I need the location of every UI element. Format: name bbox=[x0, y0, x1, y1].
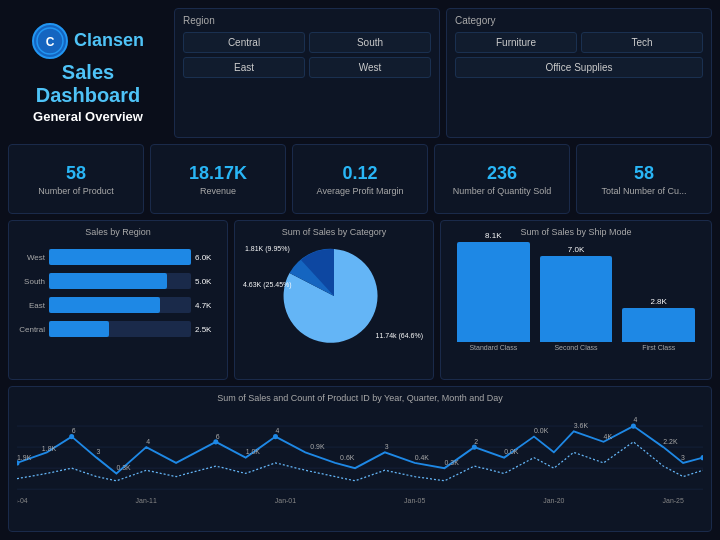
category-filter-grid: Furniture Tech Office Supplies bbox=[455, 32, 703, 78]
logo-row: C Clansen bbox=[32, 23, 144, 59]
svg-text:C: C bbox=[46, 35, 55, 49]
metric-value-quantity: 236 bbox=[487, 163, 517, 184]
metric-label-margin: Average Profit Margin bbox=[317, 186, 404, 196]
vbar-col-first: 2.8K First Class bbox=[622, 297, 695, 351]
ann-11: 0.6K bbox=[340, 454, 355, 462]
filter-item-furniture[interactable]: Furniture bbox=[455, 32, 577, 53]
hbar-track-central bbox=[49, 321, 191, 337]
hbar-fill-south bbox=[49, 273, 167, 289]
category-filter-title: Category bbox=[455, 15, 703, 26]
x-label-6: Jan-25 bbox=[663, 497, 684, 505]
metric-value-margin: 0.12 bbox=[342, 163, 377, 184]
hbar-value-west: 6.0K bbox=[195, 253, 219, 262]
vbar-lbl-second: Second Class bbox=[554, 344, 597, 351]
ann-17: 0.0K bbox=[534, 427, 549, 435]
hbar-track-west bbox=[49, 249, 191, 265]
metric-label-quantity: Number of Quantity Sold bbox=[453, 186, 552, 196]
filter-item-west[interactable]: West bbox=[309, 57, 431, 78]
metric-label-products: Number of Product bbox=[38, 186, 114, 196]
ann-5: 0.3K bbox=[116, 464, 131, 472]
logo-area: C Clansen Sales Dashboard General Overvi… bbox=[8, 8, 168, 138]
hbar-label-west: West bbox=[17, 253, 45, 262]
ann-16: 0.0K bbox=[504, 448, 519, 456]
ann-18: 3.6K bbox=[574, 422, 589, 430]
vbar-val-first: 2.8K bbox=[650, 297, 666, 306]
dp-6 bbox=[631, 423, 636, 428]
ann-2: 1.8K bbox=[42, 445, 57, 453]
sales-by-category-title: Sum of Sales by Category bbox=[243, 227, 425, 237]
ann-13: 0.4K bbox=[415, 454, 430, 462]
hbar-row-east: East 4.7K bbox=[17, 297, 219, 313]
metric-card-products: 58 Number of Product bbox=[8, 144, 144, 214]
sales-by-category-chart: Sum of Sales by Category 1.81K (9.95%) 4… bbox=[234, 220, 434, 380]
vbar-lbl-first: First Class bbox=[642, 344, 675, 351]
x-label-3: Jan-01 bbox=[275, 497, 296, 505]
metric-value-products: 58 bbox=[66, 163, 86, 184]
filter-item-east[interactable]: East bbox=[183, 57, 305, 78]
line-chart-svg: Jan-04 Jan-11 Jan-01 Jan-05 Jan-20 Jan-2… bbox=[17, 405, 703, 505]
hbar-fill-central bbox=[49, 321, 109, 337]
metric-card-margin: 0.12 Average Profit Margin bbox=[292, 144, 428, 214]
ann-19: 4K bbox=[604, 433, 613, 441]
pie-container: 1.81K (9.95%) 4.63K (25.45%) 11.74k (64.… bbox=[243, 241, 425, 351]
x-label-4: Jan-05 bbox=[404, 497, 425, 505]
metric-value-customers: 58 bbox=[634, 163, 654, 184]
region-filter-title: Region bbox=[183, 15, 431, 26]
sales-by-region-title: Sales by Region bbox=[17, 227, 219, 237]
ann-6: 4 bbox=[146, 438, 150, 446]
metric-value-revenue: 18.17K bbox=[189, 163, 247, 184]
hbar-track-east bbox=[49, 297, 191, 313]
pie-label-small: 1.81K (9.95%) bbox=[245, 245, 290, 252]
hbar-fill-west bbox=[49, 249, 191, 265]
ann-14: 0.3K bbox=[445, 459, 460, 467]
metric-card-revenue: 18.17K Revenue bbox=[150, 144, 286, 214]
sales-by-region-chart: Sales by Region West 6.0K South 5.0K bbox=[8, 220, 228, 380]
filter-panels: Region Central South East West Category … bbox=[174, 8, 712, 138]
sales-by-ship-mode-chart: Sum of Sales by Ship Mode 8.1K Standard … bbox=[440, 220, 712, 380]
filter-item-tech[interactable]: Tech bbox=[581, 32, 703, 53]
ann-9: 4 bbox=[275, 427, 279, 435]
ann-10: 0.9K bbox=[310, 443, 325, 451]
hbar-fill-east bbox=[49, 297, 160, 313]
ann-12: 3 bbox=[385, 443, 389, 451]
line-chart-title: Sum of Sales and Count of Product ID by … bbox=[17, 393, 703, 403]
company-logo: C bbox=[32, 23, 68, 59]
ann-4: 3 bbox=[97, 448, 101, 456]
region-filter-grid: Central South East West bbox=[183, 32, 431, 78]
metric-label-customers: Total Number of Cu... bbox=[601, 186, 686, 196]
metric-card-customers: 58 Total Number of Cu... bbox=[576, 144, 712, 214]
metric-card-quantity: 236 Number of Quantity Sold bbox=[434, 144, 570, 214]
hbar-label-south: South bbox=[17, 277, 45, 286]
ann-8: 1.0K bbox=[246, 448, 261, 456]
hbar-value-east: 4.7K bbox=[195, 301, 219, 310]
vbar-bar-second bbox=[540, 256, 613, 342]
hbar-chart: West 6.0K South 5.0K East bbox=[17, 245, 219, 341]
x-label-5: Jan-20 bbox=[543, 497, 564, 505]
ann-15: 2 bbox=[474, 438, 478, 446]
vbar-val-second: 7.0K bbox=[568, 245, 584, 254]
vbar-bar-first bbox=[622, 308, 695, 342]
x-label-2: Jan-11 bbox=[136, 497, 157, 505]
metrics-row: 58 Number of Product 18.17K Revenue 0.12… bbox=[8, 144, 712, 214]
ann-21: 2.2K bbox=[663, 438, 678, 446]
line-count bbox=[17, 442, 703, 481]
line-chart-card: Sum of Sales and Count of Product ID by … bbox=[8, 386, 712, 532]
filter-item-central[interactable]: Central bbox=[183, 32, 305, 53]
dashboard-title: Sales Dashboard bbox=[8, 61, 168, 107]
pie-label-medium: 4.63K (25.45%) bbox=[243, 281, 292, 288]
ann-1: 1.9K bbox=[17, 454, 32, 462]
hbar-label-east: East bbox=[17, 301, 45, 310]
pie-label-large: 11.74k (64.6%) bbox=[376, 332, 423, 339]
region-filter-panel: Region Central South East West bbox=[174, 8, 440, 138]
charts-row: Sales by Region West 6.0K South 5.0K bbox=[8, 220, 712, 380]
category-filter-panel: Category Furniture Tech Office Supplies bbox=[446, 8, 712, 138]
filter-item-south[interactable]: South bbox=[309, 32, 431, 53]
filter-item-office-supplies[interactable]: Office Supplies bbox=[455, 57, 703, 78]
vbar-val-standard: 8.1K bbox=[485, 231, 501, 240]
metric-label-revenue: Revenue bbox=[200, 186, 236, 196]
ann-22: 3 bbox=[681, 454, 685, 462]
hbar-row-south: South 5.0K bbox=[17, 273, 219, 289]
x-label-1: Jan-04 bbox=[17, 497, 28, 505]
hbar-row-central: Central 2.5K bbox=[17, 321, 219, 337]
ann-3: 6 bbox=[72, 427, 76, 435]
